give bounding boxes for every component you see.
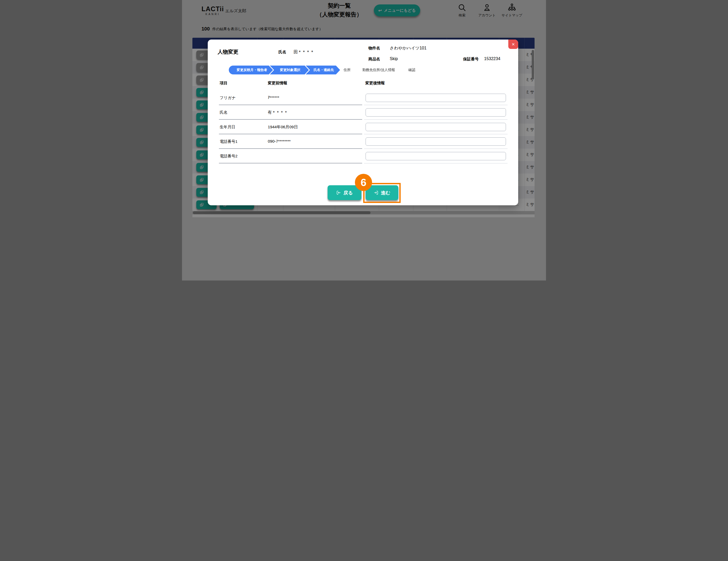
after-value-input[interactable] <box>366 152 506 160</box>
product-value: Skip <box>390 56 398 61</box>
wizard-step-5[interactable]: 勤務先住所/法人情報 <box>353 66 403 74</box>
wizard-step-2[interactable]: 変更対象選択 <box>270 66 309 74</box>
change-form-rows: フリガナｱ******氏名有＊＊＊＊生年月日1944年06月09日電話番号109… <box>208 90 518 163</box>
before-value: 1944年06月09日 <box>268 124 298 130</box>
wizard-step-label: 勤務先住所/法人情報 <box>362 68 395 72</box>
step-number-badge: 6 <box>355 174 372 191</box>
step-wizard: 変更反映月・報告者変更対象選択氏名・連絡先住所勤務先住所/法人情報確認 <box>229 66 422 74</box>
form-row: 電話番号2 <box>208 149 518 163</box>
row-divider-right <box>364 163 508 164</box>
wizard-step-6[interactable]: 確認 <box>400 66 422 74</box>
wizard-step-1[interactable]: 変更反映月・報告者 <box>229 66 273 74</box>
after-value-input[interactable] <box>366 123 506 131</box>
form-row: 生年月日1944年06月09日 <box>208 120 518 134</box>
logout-icon <box>336 190 341 195</box>
after-value-input[interactable] <box>366 94 506 102</box>
modal-title: 人物変更 <box>218 48 238 55</box>
before-value: 有＊＊＊＊ <box>268 110 288 115</box>
wizard-step-label: 住所 <box>344 68 351 72</box>
column-header-item: 項目 <box>220 81 227 86</box>
property-value: さわやかハイツ101 <box>390 46 426 51</box>
column-header-before: 変更前情報 <box>268 81 287 86</box>
product-label: 商品名 <box>368 57 380 62</box>
wizard-step-3[interactable]: 氏名・連絡先 <box>306 66 340 74</box>
form-row-label: 電話番号1 <box>220 139 237 144</box>
wizard-step-label: 確認 <box>408 68 415 72</box>
name-label: 氏名 <box>278 50 286 55</box>
guarantee-number-label: 保証番号 <box>463 57 479 62</box>
column-header-after: 変更後情報 <box>365 81 385 86</box>
back-button-label: 戻る <box>343 190 353 196</box>
form-row-label: 電話番号2 <box>220 154 237 159</box>
after-value-input[interactable] <box>366 137 506 146</box>
wizard-step-label: 氏名・連絡先 <box>314 68 334 72</box>
before-value: 090-7******** <box>268 139 291 144</box>
form-row-label: 生年月日 <box>220 125 235 130</box>
after-value-input[interactable] <box>366 108 506 117</box>
name-value: 田＊＊＊＊ <box>294 49 314 55</box>
before-value: ｱ****** <box>268 95 279 100</box>
close-icon: × <box>512 41 515 47</box>
page: LACTii KANRI エルズ太郎 契約一覧 （人物変更報告） ↩ メニューに… <box>182 0 546 280</box>
step-number: 6 <box>361 177 366 188</box>
form-row-label: フリガナ <box>220 95 236 100</box>
row-divider-left <box>219 163 362 163</box>
guarantee-number-value: 1532234 <box>484 56 500 61</box>
form-row-label: 氏名 <box>220 110 227 115</box>
close-button[interactable]: × <box>508 40 518 49</box>
form-row: 電話番号1090-7******** <box>208 134 518 149</box>
form-row: フリガナｱ****** <box>208 90 518 105</box>
form-row: 氏名有＊＊＊＊ <box>208 105 518 120</box>
wizard-step-label: 変更対象選択 <box>280 68 300 72</box>
wizard-step-label: 変更反映月・報告者 <box>237 68 267 72</box>
property-label: 物件名 <box>368 46 380 51</box>
